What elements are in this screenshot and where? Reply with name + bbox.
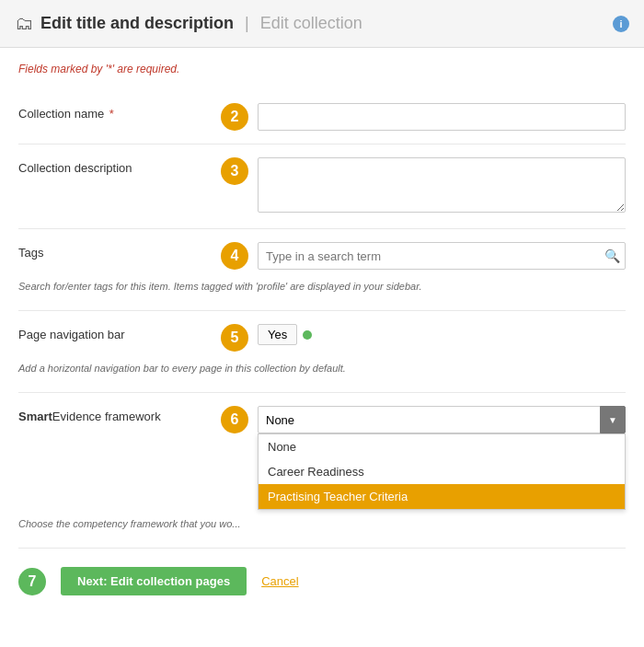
yes-button[interactable]: Yes [258, 324, 297, 345]
framework-label-normal: Evidence framework [52, 410, 161, 423]
step-badge-3: 3 [221, 157, 248, 185]
framework-input-area: None Career Readiness Practising Teacher… [258, 406, 626, 433]
step-badge-4: 4 [221, 242, 248, 270]
dropdown-item-practising[interactable]: Practising Teacher Criteria [259, 484, 625, 509]
required-note: Fields marked by '*' are required. [18, 63, 626, 75]
collection-name-row: Collection name * 2 [18, 90, 626, 144]
header-title-bold: Edit title and description [40, 14, 234, 33]
step-badge-5: 5 [221, 324, 248, 352]
footer-row: 7 Next: Edit collection pages Cancel [18, 549, 626, 605]
page-nav-hint-wrapper: Add a horizontal navigation bar to every… [18, 352, 626, 379]
active-dot [303, 330, 312, 340]
tags-label: Tags [18, 242, 221, 260]
page-nav-row: Page navigation bar 5 Yes Add a horizont… [18, 311, 626, 393]
framework-row: SmartEvidence framework 6 None Career Re… [18, 393, 626, 549]
collection-description-textarea[interactable] [258, 157, 626, 213]
dropdown-item-none[interactable]: None [259, 434, 625, 459]
framework-label: SmartEvidence framework [18, 406, 221, 423]
step-badge-2: 2 [221, 103, 248, 131]
folder-icon: 🗂 [15, 13, 33, 34]
framework-select[interactable]: None Career Readiness Practising Teacher… [258, 406, 626, 433]
tags-search-wrapper: 🔍 [258, 242, 626, 270]
framework-select-wrapper: None Career Readiness Practising Teacher… [258, 406, 626, 433]
page-nav-label: Page navigation bar [18, 324, 221, 341]
collection-name-input-area [258, 103, 626, 131]
dropdown-item-career[interactable]: Career Readiness [259, 459, 625, 484]
collection-description-label: Collection description [18, 157, 221, 175]
next-button[interactable]: Next: Edit collection pages [61, 567, 247, 595]
info-icon[interactable]: i [613, 16, 629, 32]
page-nav-input-area: Yes [258, 324, 626, 345]
page-nav-hint: Add a horizontal navigation bar to every… [18, 357, 626, 379]
framework-hint: Choose the competency framework that you… [18, 513, 626, 535]
tags-hint-wrapper: Search for/enter tags for this item. Ite… [18, 270, 626, 297]
page-nav-toggle: Yes [258, 324, 626, 345]
collection-description-input-area [258, 157, 626, 215]
header-title-light: Edit collection [260, 14, 362, 33]
required-star: * [109, 107, 114, 121]
tags-search-input[interactable] [258, 242, 626, 270]
tags-search-button[interactable]: 🔍 [604, 248, 620, 263]
collection-description-row: Collection description 3 [18, 144, 626, 229]
tags-input-area: 🔍 [258, 242, 626, 270]
collection-name-input[interactable] [258, 103, 626, 131]
collection-name-label: Collection name * [18, 103, 221, 121]
page-header: 🗂 Edit title and description | Edit coll… [0, 0, 644, 48]
form-container: Fields marked by '*' are required. Colle… [0, 48, 644, 619]
tags-row: Tags 4 🔍 Search for/enter tags for this … [18, 229, 626, 311]
framework-dropdown[interactable]: None Career Readiness Practising Teacher… [258, 433, 626, 510]
step-badge-6: 6 [221, 406, 248, 433]
header-divider: | [245, 14, 249, 33]
cancel-button[interactable]: Cancel [261, 574, 298, 588]
step-badge-7: 7 [18, 568, 46, 595]
framework-hint-wrapper: Choose the competency framework that you… [18, 507, 626, 535]
framework-label-bold: Smart [18, 410, 52, 423]
tags-hint: Search for/enter tags for this item. Ite… [18, 275, 626, 297]
